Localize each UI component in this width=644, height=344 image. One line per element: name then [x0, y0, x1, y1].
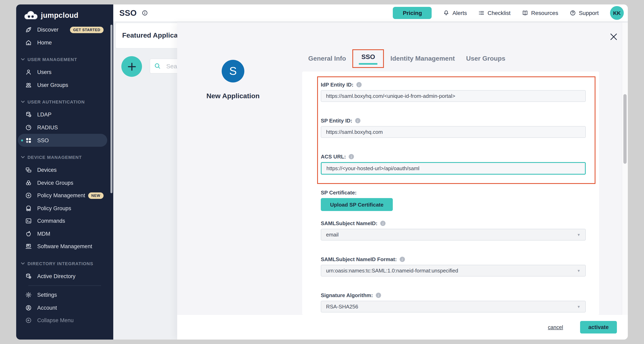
- tab-identity-management[interactable]: Identity Management: [386, 55, 460, 62]
- info-icon[interactable]: i: [400, 257, 405, 262]
- new-badge: NEW: [88, 192, 104, 199]
- sidebar-item-label: Collapse Menu: [37, 318, 74, 324]
- sidebar-item-settings[interactable]: Settings: [16, 289, 113, 301]
- sidebar-item-radius[interactable]: RADIUS: [16, 121, 113, 134]
- saml-subject-nameid-select[interactable]: email ▼: [321, 229, 586, 241]
- active-directory-icon: [25, 273, 32, 280]
- logo-text: jumpcloud: [41, 11, 78, 19]
- sidebar-item-active-directory[interactable]: Active Directory: [16, 270, 113, 283]
- acs-url-input[interactable]: [321, 162, 586, 175]
- signature-algorithm-select[interactable]: RSA-SHA256 ▼: [321, 301, 586, 313]
- info-icon[interactable]: i: [380, 221, 386, 226]
- account-icon: [25, 304, 32, 311]
- activate-button[interactable]: activate: [580, 321, 617, 334]
- tab-sso[interactable]: SSO: [356, 53, 380, 61]
- info-icon[interactable]: i: [355, 118, 360, 123]
- select-value: RSA-SHA256: [326, 304, 358, 310]
- sidebar-nav: Discover GET STARTED Home USER MANAGEMEN…: [16, 23, 113, 327]
- featured-applications-title: Featured Applica: [122, 31, 178, 40]
- activate-label: activate: [588, 324, 609, 330]
- scrollbar-thumb[interactable]: [623, 94, 626, 164]
- close-button[interactable]: [609, 32, 618, 41]
- sidebar-item-discover[interactable]: Discover GET STARTED: [16, 23, 113, 36]
- upload-button-label: Upload SP Certificate: [330, 202, 384, 208]
- signature-algorithm-field: Signature Algorithm: i RSA-SHA256 ▼: [321, 292, 586, 313]
- sidebar-section-directory-integrations[interactable]: DIRECTORY INTEGRATIONS: [16, 257, 113, 270]
- sidebar-item-sso[interactable]: SSO: [18, 134, 107, 147]
- jumpcloud-logo[interactable]: jumpcloud: [16, 4, 113, 20]
- checklist-button[interactable]: Checklist: [478, 10, 510, 16]
- sidebar-item-user-groups[interactable]: User Groups: [16, 79, 113, 91]
- sso-grid-icon: [25, 137, 32, 144]
- sso-form-panel: IdP Entity ID: i SP Entity ID: i ACS URL…: [302, 71, 599, 315]
- sidebar-item-label: Policy Groups: [37, 205, 71, 211]
- idp-entity-id-label: IdP Entity ID:: [321, 82, 353, 88]
- sidebar-item-mdm[interactable]: MDM: [16, 227, 113, 240]
- top-bar-actions: Pricing Alerts Checklist Resources Suppo…: [393, 6, 624, 20]
- modal-tabs: General Info SSO Identity Management Use…: [304, 49, 510, 68]
- upload-sp-certificate-button[interactable]: Upload SP Certificate: [321, 198, 393, 211]
- screen: jumpcloud Discover GET STARTED Home USER…: [0, 0, 644, 344]
- resources-book-icon: [522, 10, 528, 16]
- sidebar-section-user-authentication[interactable]: USER AUTHENTICATION: [16, 96, 113, 108]
- sidebar-item-policy-groups[interactable]: Policy Groups: [16, 202, 113, 215]
- device-groups-icon: [25, 179, 32, 186]
- chevron-down-icon: [21, 101, 25, 103]
- sidebar-divider: [28, 285, 101, 286]
- sp-entity-id-label: SP Entity ID:: [321, 118, 352, 124]
- signature-algorithm-label: Signature Algorithm:: [321, 292, 373, 298]
- sidebar-section-user-management[interactable]: USER MANAGEMENT: [16, 53, 113, 66]
- saml-subject-nameid-format-select[interactable]: urn:oasis:names:tc:SAML:1.0:nameid-forma…: [321, 265, 586, 277]
- add-application-button[interactable]: [121, 56, 142, 77]
- tab-general-info[interactable]: General Info: [304, 55, 351, 62]
- rocket-icon: [25, 26, 32, 33]
- info-icon[interactable]: i: [349, 154, 354, 159]
- resources-button[interactable]: Resources: [522, 10, 558, 16]
- sidebar-item-users[interactable]: Users: [16, 66, 113, 79]
- sp-certificate-field: SP Certificate: Upload SP Certificate: [321, 189, 586, 211]
- sidebar-item-policy-management[interactable]: Policy Management NEW: [16, 189, 113, 202]
- sidebar-item-device-groups[interactable]: Device Groups: [16, 176, 113, 189]
- new-application-modal: S New Application General Info SSO Ident…: [177, 23, 628, 340]
- checklist-label: Checklist: [488, 10, 510, 16]
- user-groups-icon: [25, 82, 32, 88]
- sidebar-item-collapse-menu[interactable]: Collapse Menu: [16, 314, 113, 327]
- sidebar-item-home[interactable]: Home: [16, 36, 113, 49]
- support-button[interactable]: Support: [570, 10, 599, 16]
- sidebar-item-ldap[interactable]: LDAP: [16, 108, 113, 121]
- info-icon[interactable]: i: [376, 293, 381, 298]
- chevron-down-icon: [21, 262, 25, 265]
- alerts-button[interactable]: Alerts: [443, 10, 467, 16]
- avatar-initials: KK: [613, 10, 621, 16]
- commands-icon: [25, 218, 32, 225]
- pricing-button[interactable]: Pricing: [393, 7, 432, 19]
- sp-entity-id-field: SP Entity ID: i: [321, 117, 586, 138]
- top-bar: SSO Pricing Alerts Checklist Resources: [113, 4, 628, 22]
- section-label: USER MANAGEMENT: [28, 57, 77, 62]
- info-icon[interactable]: i: [356, 82, 362, 87]
- sidebar-item-label: Policy Management: [37, 193, 85, 199]
- plus-icon: [127, 62, 136, 71]
- sidebar-item-software-management[interactable]: Software Management: [16, 240, 113, 253]
- sidebar-section-device-management[interactable]: DEVICE MANAGEMENT: [16, 151, 113, 164]
- user-avatar[interactable]: KK: [610, 6, 624, 20]
- sidebar-item-label: LDAP: [37, 112, 52, 118]
- idp-entity-id-input[interactable]: [321, 90, 586, 102]
- cancel-button[interactable]: cancel: [548, 324, 563, 330]
- radius-icon: [25, 124, 32, 131]
- sidebar-scrollbar[interactable]: [110, 25, 112, 193]
- saml-subject-nameid-format-field: SAMLSubject NameID Format: i urn:oasis:n…: [321, 256, 586, 277]
- cloud-logo-icon: [24, 10, 38, 20]
- sidebar-item-devices[interactable]: Devices: [16, 164, 113, 176]
- modal-scrollbar[interactable]: [622, 23, 628, 315]
- modal-footer: cancel activate: [177, 315, 628, 340]
- app-window: jumpcloud Discover GET STARTED Home USER…: [16, 4, 628, 340]
- sidebar-item-commands[interactable]: Commands: [16, 215, 113, 227]
- info-icon[interactable]: [142, 10, 148, 16]
- sidebar-item-account[interactable]: Account: [16, 301, 113, 314]
- annotation-box-sso-tab: SSO: [352, 49, 384, 68]
- sp-entity-id-input[interactable]: [321, 126, 586, 138]
- checklist-icon: [478, 10, 484, 16]
- tab-user-groups[interactable]: User Groups: [461, 55, 510, 62]
- application-name: New Application: [192, 92, 274, 100]
